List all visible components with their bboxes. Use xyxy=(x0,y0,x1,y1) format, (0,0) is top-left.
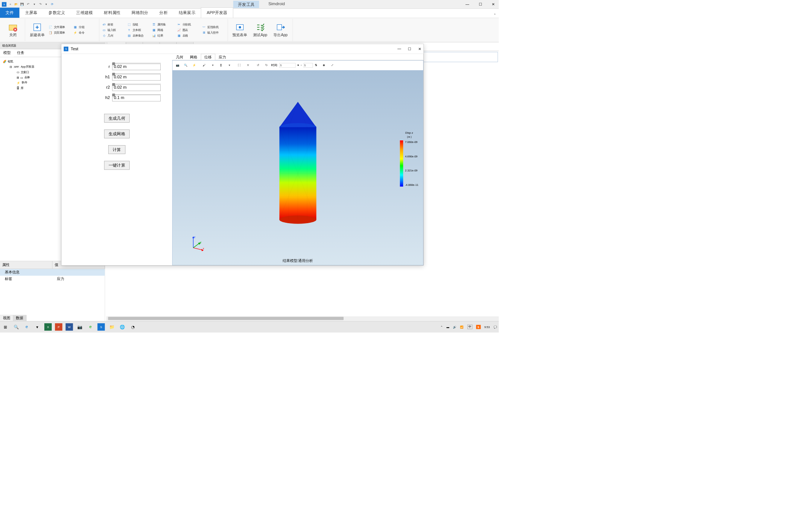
battery-icon[interactable]: ▬ xyxy=(447,325,450,328)
edge-drop-icon[interactable]: ▾ xyxy=(34,323,41,331)
camera-icon[interactable]: 📷 xyxy=(76,323,83,331)
tw-rotate-right-icon[interactable]: ↻ xyxy=(263,62,270,69)
ribbon-prop-set[interactable]: ☰属性集 xyxy=(152,23,175,27)
tw-expand-icon[interactable]: ⤢ xyxy=(329,62,335,69)
qat-new-icon[interactable]: ＋ xyxy=(8,2,13,7)
ribbon-mesh[interactable]: ▦网格 xyxy=(152,28,175,32)
ribbon-preview-form[interactable]: 预览表单 xyxy=(231,19,249,41)
gen-geometry-button[interactable]: 生成几何 xyxy=(104,114,130,123)
tw-time-spin[interactable] xyxy=(304,63,313,68)
ribbon-split-line[interactable]: ✂分割线 xyxy=(177,23,200,27)
tw-cube-drop-icon[interactable]: ▾ xyxy=(226,62,233,69)
tw-brush-drop-icon[interactable]: ▾ xyxy=(209,62,216,69)
ribbon-export-app[interactable]: 导出App xyxy=(271,19,290,41)
start-button[interactable]: ⊞ xyxy=(2,323,9,331)
tab-app-dev[interactable]: APP开发器 xyxy=(201,7,233,18)
tab-results[interactable]: 结果展示 xyxy=(173,8,201,18)
tw-cube-icon[interactable]: 🎛 xyxy=(218,62,224,69)
bottom-tab-data[interactable]: 数据 xyxy=(13,315,27,321)
expand-icon[interactable]: ⊞ xyxy=(17,76,19,79)
sidebar-tab-model[interactable]: 模型 xyxy=(0,49,14,57)
slider-r2[interactable] xyxy=(112,84,161,85)
minimize-button[interactable]: — xyxy=(464,1,471,8)
ribbon-close[interactable]: 关闭 xyxy=(4,19,22,41)
ribbon-chart[interactable]: 📈图表 xyxy=(177,28,200,32)
tw-time-drop-icon[interactable]: ▾ xyxy=(297,64,299,67)
qat-redo-icon[interactable]: ↷ xyxy=(38,2,43,7)
notifications-icon[interactable]: 💬 xyxy=(494,325,497,328)
ribbon-button[interactable]: ⬚按钮 xyxy=(127,23,150,27)
clock[interactable]: 9:53 xyxy=(484,325,490,328)
qat-undo-drop-icon[interactable]: ▾ xyxy=(32,2,37,7)
ribbon-label[interactable]: 🏷标签 xyxy=(102,23,125,27)
tab-material[interactable]: 材料属性 xyxy=(98,8,126,18)
ribbon-group[interactable]: ▦分组 xyxy=(73,25,96,29)
tab-modeling[interactable]: 三维建模 xyxy=(71,8,98,18)
tab-file[interactable]: 文件 xyxy=(0,8,20,18)
tw-zoom-icon[interactable]: 🔍 xyxy=(183,62,189,69)
tray-up-icon[interactable]: ⌃ xyxy=(440,325,443,328)
tw-fit-icon[interactable]: ⛶ xyxy=(236,62,243,69)
ribbon-command[interactable]: ⚡命令 xyxy=(73,31,96,35)
ime-icon[interactable]: 中 xyxy=(467,325,473,329)
tab-mesh[interactable]: 网格剖分 xyxy=(126,8,154,18)
qat-open-icon[interactable]: 📂 xyxy=(14,2,19,7)
test-max-button[interactable]: ☐ xyxy=(408,47,411,51)
slider-h1[interactable] xyxy=(112,74,161,75)
test-canvas[interactable]: z x y 结果模型:通用分析 Disp z（m） 7.060e-09 4.69… xyxy=(172,71,423,266)
qat-refresh-icon[interactable]: ⟳ xyxy=(50,2,55,7)
tw-tab-disp[interactable]: 位移 xyxy=(201,54,215,60)
tw-zoom-flash-icon[interactable]: ⚡ xyxy=(191,62,198,69)
test-close-button[interactable]: ✕ xyxy=(418,47,421,51)
tw-tab-geom[interactable]: 几何 xyxy=(172,54,187,60)
word-icon[interactable]: W xyxy=(66,323,73,331)
tw-axes-icon[interactable]: ⤧ xyxy=(245,62,251,69)
ribbon-new-form[interactable]: 新建表单 xyxy=(28,19,47,41)
qat-undo-icon[interactable]: ↶ xyxy=(26,2,31,7)
ribbon-input-control[interactable]: ⊞输入控件 xyxy=(202,31,225,35)
tab-params[interactable]: 参数定义 xyxy=(43,8,71,18)
sogou-icon[interactable]: S xyxy=(476,325,481,329)
volume-icon[interactable]: 🔊 xyxy=(453,325,456,328)
ribbon-file-menu[interactable]: 📄文件菜单 xyxy=(48,25,72,29)
ie-icon[interactable]: e xyxy=(87,323,94,331)
ribbon-input-box[interactable]: ▭输入框 xyxy=(102,28,125,32)
powerpoint-icon[interactable]: P xyxy=(55,323,62,331)
tw-tab-mesh[interactable]: 网格 xyxy=(187,54,201,60)
one-click-button[interactable]: 一键计算 xyxy=(104,161,130,170)
maximize-button[interactable]: ☐ xyxy=(477,1,484,8)
tab-analysis[interactable]: 分析 xyxy=(154,8,173,18)
slider-h2[interactable] xyxy=(112,95,161,96)
ribbon-test-app[interactable]: 测试App xyxy=(251,19,269,41)
collapse-icon[interactable]: ⊟ xyxy=(10,65,12,69)
bottom-tab-view[interactable]: 视图 xyxy=(0,315,13,321)
ribbon-collapse-icon[interactable]: ⌃ xyxy=(491,12,499,18)
sidebar-tab-task[interactable]: 任务 xyxy=(14,49,28,57)
tw-slider-track[interactable]: ▫ xyxy=(301,64,302,67)
search-button[interactable]: 🔍 xyxy=(13,323,20,331)
tw-time-combo[interactable] xyxy=(279,63,296,68)
tw-brush-icon[interactable]: 🖌 xyxy=(201,62,208,69)
close-button[interactable]: ✕ xyxy=(490,1,497,8)
ribbon-text-box[interactable]: T文本框 xyxy=(127,28,150,32)
tw-spin-icon[interactable]: ⇅ xyxy=(315,64,317,67)
excel-icon[interactable]: X xyxy=(44,323,52,331)
tab-home[interactable]: 主屏幕 xyxy=(20,8,43,18)
tw-snapshot-icon[interactable]: 📷 xyxy=(174,62,181,69)
wifi-icon[interactable]: 📶 xyxy=(460,325,463,328)
tw-tab-stress[interactable]: 应力 xyxy=(215,54,230,60)
slider-r[interactable] xyxy=(112,63,161,64)
qat-save-icon[interactable]: 💾 xyxy=(20,2,25,7)
browser-icon[interactable]: 🌐 xyxy=(119,323,126,331)
app-icon-2[interactable]: ◔ xyxy=(129,323,137,331)
test-min-button[interactable]: — xyxy=(398,47,401,51)
ribbon-monitor-curve[interactable]: 〰监控曲线 xyxy=(202,25,225,29)
gen-mesh-button[interactable]: 生成网格 xyxy=(104,130,130,139)
qat-redo-drop-icon[interactable]: ▾ xyxy=(44,2,49,7)
tw-record-icon[interactable]: ⏺ xyxy=(321,62,327,69)
simdroid-taskbar-icon[interactable]: S xyxy=(98,323,105,331)
compute-button[interactable]: 计算 xyxy=(108,145,125,154)
explorer-icon[interactable]: 📁 xyxy=(108,323,116,331)
horizontal-scrollbar[interactable] xyxy=(106,316,499,321)
ribbon-result[interactable]: 📊结果 xyxy=(152,34,175,38)
